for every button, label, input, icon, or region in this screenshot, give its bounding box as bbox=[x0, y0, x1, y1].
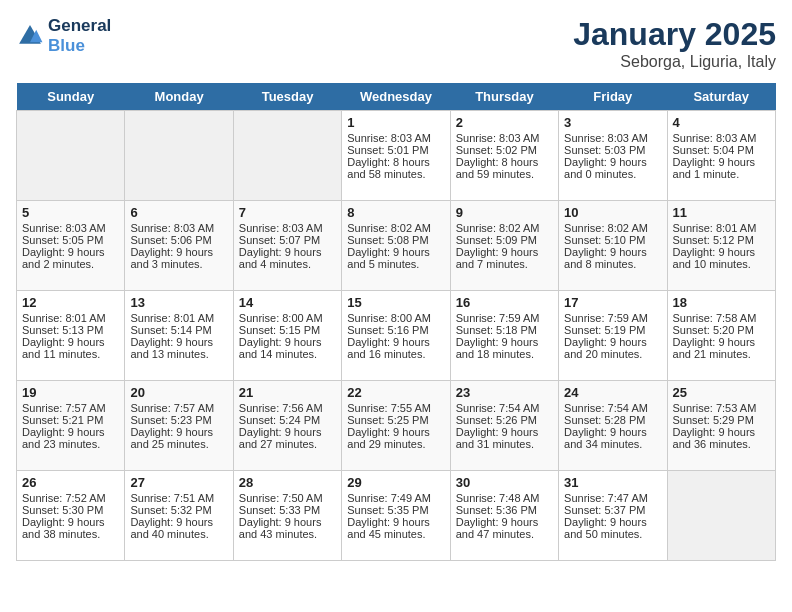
cell-sunset: Sunset: 5:18 PM bbox=[456, 324, 553, 336]
day-header-friday: Friday bbox=[559, 83, 667, 111]
calendar-title-block: January 2025 Seborga, Liguria, Italy bbox=[573, 16, 776, 71]
cell-sunset: Sunset: 5:37 PM bbox=[564, 504, 661, 516]
cell-date-number: 10 bbox=[564, 205, 661, 220]
cell-date-number: 2 bbox=[456, 115, 553, 130]
cell-sunset: Sunset: 5:32 PM bbox=[130, 504, 227, 516]
cell-date-number: 21 bbox=[239, 385, 336, 400]
cell-daylight: Daylight: 9 hours and 21 minutes. bbox=[673, 336, 770, 360]
calendar-cell: 7Sunrise: 8:03 AMSunset: 5:07 PMDaylight… bbox=[233, 201, 341, 291]
cell-sunrise: Sunrise: 8:02 AM bbox=[564, 222, 661, 234]
cell-date-number: 20 bbox=[130, 385, 227, 400]
day-header-monday: Monday bbox=[125, 83, 233, 111]
cell-date-number: 17 bbox=[564, 295, 661, 310]
calendar-cell: 24Sunrise: 7:54 AMSunset: 5:28 PMDayligh… bbox=[559, 381, 667, 471]
cell-daylight: Daylight: 9 hours and 43 minutes. bbox=[239, 516, 336, 540]
cell-sunset: Sunset: 5:29 PM bbox=[673, 414, 770, 426]
cell-sunrise: Sunrise: 7:58 AM bbox=[673, 312, 770, 324]
cell-daylight: Daylight: 9 hours and 47 minutes. bbox=[456, 516, 553, 540]
cell-daylight: Daylight: 9 hours and 31 minutes. bbox=[456, 426, 553, 450]
calendar-title: January 2025 bbox=[573, 16, 776, 53]
cell-sunrise: Sunrise: 7:51 AM bbox=[130, 492, 227, 504]
day-header-saturday: Saturday bbox=[667, 83, 775, 111]
cell-daylight: Daylight: 8 hours and 59 minutes. bbox=[456, 156, 553, 180]
cell-sunset: Sunset: 5:35 PM bbox=[347, 504, 444, 516]
cell-sunrise: Sunrise: 7:55 AM bbox=[347, 402, 444, 414]
cell-sunset: Sunset: 5:30 PM bbox=[22, 504, 119, 516]
cell-sunrise: Sunrise: 8:02 AM bbox=[456, 222, 553, 234]
cell-date-number: 16 bbox=[456, 295, 553, 310]
cell-date-number: 22 bbox=[347, 385, 444, 400]
cell-daylight: Daylight: 9 hours and 23 minutes. bbox=[22, 426, 119, 450]
cell-daylight: Daylight: 9 hours and 16 minutes. bbox=[347, 336, 444, 360]
cell-sunset: Sunset: 5:13 PM bbox=[22, 324, 119, 336]
cell-date-number: 5 bbox=[22, 205, 119, 220]
cell-sunrise: Sunrise: 8:01 AM bbox=[130, 312, 227, 324]
day-header-thursday: Thursday bbox=[450, 83, 558, 111]
calendar-table: SundayMondayTuesdayWednesdayThursdayFrid… bbox=[16, 83, 776, 561]
calendar-cell: 10Sunrise: 8:02 AMSunset: 5:10 PMDayligh… bbox=[559, 201, 667, 291]
calendar-cell: 31Sunrise: 7:47 AMSunset: 5:37 PMDayligh… bbox=[559, 471, 667, 561]
calendar-cell: 28Sunrise: 7:50 AMSunset: 5:33 PMDayligh… bbox=[233, 471, 341, 561]
calendar-week-row: 26Sunrise: 7:52 AMSunset: 5:30 PMDayligh… bbox=[17, 471, 776, 561]
cell-sunrise: Sunrise: 8:03 AM bbox=[22, 222, 119, 234]
cell-date-number: 15 bbox=[347, 295, 444, 310]
cell-date-number: 7 bbox=[239, 205, 336, 220]
calendar-cell bbox=[667, 471, 775, 561]
day-header-row: SundayMondayTuesdayWednesdayThursdayFrid… bbox=[17, 83, 776, 111]
cell-daylight: Daylight: 9 hours and 25 minutes. bbox=[130, 426, 227, 450]
cell-sunset: Sunset: 5:20 PM bbox=[673, 324, 770, 336]
cell-date-number: 4 bbox=[673, 115, 770, 130]
cell-sunrise: Sunrise: 7:57 AM bbox=[130, 402, 227, 414]
cell-daylight: Daylight: 9 hours and 45 minutes. bbox=[347, 516, 444, 540]
cell-sunrise: Sunrise: 8:03 AM bbox=[673, 132, 770, 144]
cell-daylight: Daylight: 9 hours and 27 minutes. bbox=[239, 426, 336, 450]
page-header: General Blue January 2025 Seborga, Ligur… bbox=[16, 16, 776, 71]
cell-date-number: 14 bbox=[239, 295, 336, 310]
cell-sunrise: Sunrise: 7:59 AM bbox=[456, 312, 553, 324]
cell-sunrise: Sunrise: 7:57 AM bbox=[22, 402, 119, 414]
calendar-cell: 11Sunrise: 8:01 AMSunset: 5:12 PMDayligh… bbox=[667, 201, 775, 291]
calendar-cell: 18Sunrise: 7:58 AMSunset: 5:20 PMDayligh… bbox=[667, 291, 775, 381]
calendar-cell bbox=[233, 111, 341, 201]
cell-sunset: Sunset: 5:24 PM bbox=[239, 414, 336, 426]
cell-sunset: Sunset: 5:26 PM bbox=[456, 414, 553, 426]
cell-sunrise: Sunrise: 8:01 AM bbox=[673, 222, 770, 234]
cell-sunset: Sunset: 5:16 PM bbox=[347, 324, 444, 336]
cell-sunrise: Sunrise: 8:00 AM bbox=[239, 312, 336, 324]
cell-date-number: 31 bbox=[564, 475, 661, 490]
calendar-cell: 15Sunrise: 8:00 AMSunset: 5:16 PMDayligh… bbox=[342, 291, 450, 381]
calendar-cell: 16Sunrise: 7:59 AMSunset: 5:18 PMDayligh… bbox=[450, 291, 558, 381]
cell-date-number: 19 bbox=[22, 385, 119, 400]
cell-sunset: Sunset: 5:08 PM bbox=[347, 234, 444, 246]
cell-daylight: Daylight: 9 hours and 2 minutes. bbox=[22, 246, 119, 270]
cell-date-number: 27 bbox=[130, 475, 227, 490]
cell-sunset: Sunset: 5:23 PM bbox=[130, 414, 227, 426]
logo: General Blue bbox=[16, 16, 111, 55]
cell-daylight: Daylight: 9 hours and 11 minutes. bbox=[22, 336, 119, 360]
cell-sunrise: Sunrise: 7:54 AM bbox=[564, 402, 661, 414]
calendar-cell: 5Sunrise: 8:03 AMSunset: 5:05 PMDaylight… bbox=[17, 201, 125, 291]
calendar-cell: 23Sunrise: 7:54 AMSunset: 5:26 PMDayligh… bbox=[450, 381, 558, 471]
cell-sunrise: Sunrise: 8:03 AM bbox=[564, 132, 661, 144]
cell-sunrise: Sunrise: 7:47 AM bbox=[564, 492, 661, 504]
calendar-cell: 17Sunrise: 7:59 AMSunset: 5:19 PMDayligh… bbox=[559, 291, 667, 381]
calendar-cell: 2Sunrise: 8:03 AMSunset: 5:02 PMDaylight… bbox=[450, 111, 558, 201]
cell-daylight: Daylight: 9 hours and 0 minutes. bbox=[564, 156, 661, 180]
calendar-cell: 13Sunrise: 8:01 AMSunset: 5:14 PMDayligh… bbox=[125, 291, 233, 381]
cell-date-number: 9 bbox=[456, 205, 553, 220]
cell-sunset: Sunset: 5:33 PM bbox=[239, 504, 336, 516]
cell-daylight: Daylight: 9 hours and 10 minutes. bbox=[673, 246, 770, 270]
day-header-tuesday: Tuesday bbox=[233, 83, 341, 111]
cell-daylight: Daylight: 9 hours and 1 minute. bbox=[673, 156, 770, 180]
cell-date-number: 13 bbox=[130, 295, 227, 310]
cell-sunset: Sunset: 5:04 PM bbox=[673, 144, 770, 156]
logo-text-blue: Blue bbox=[48, 36, 111, 56]
cell-daylight: Daylight: 9 hours and 38 minutes. bbox=[22, 516, 119, 540]
cell-sunset: Sunset: 5:06 PM bbox=[130, 234, 227, 246]
cell-sunset: Sunset: 5:14 PM bbox=[130, 324, 227, 336]
cell-daylight: Daylight: 9 hours and 20 minutes. bbox=[564, 336, 661, 360]
cell-sunrise: Sunrise: 7:56 AM bbox=[239, 402, 336, 414]
calendar-cell: 20Sunrise: 7:57 AMSunset: 5:23 PMDayligh… bbox=[125, 381, 233, 471]
cell-date-number: 23 bbox=[456, 385, 553, 400]
cell-date-number: 24 bbox=[564, 385, 661, 400]
